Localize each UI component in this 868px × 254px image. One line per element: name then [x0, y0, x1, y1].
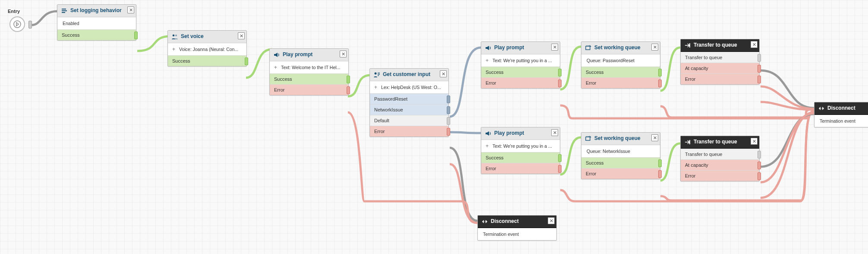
out-at-capacity[interactable]: At capacity — [681, 159, 759, 170]
close-icon[interactable]: ✕ — [340, 51, 347, 57]
out-at-capacity[interactable]: At capacity — [681, 63, 759, 73]
close-icon[interactable]: ✕ — [551, 129, 558, 136]
out-error[interactable]: Error — [270, 84, 348, 95]
entry-node[interactable] — [9, 16, 25, 32]
out-success[interactable]: Success — [581, 67, 660, 77]
out-success[interactable]: Success — [481, 67, 560, 77]
out-port[interactable] — [758, 172, 761, 180]
node-disconnect-right[interactable]: Disconnect ✕ Termination event — [814, 102, 868, 127]
out-error[interactable]: Error — [581, 77, 660, 88]
play-start-icon — [13, 20, 22, 29]
close-icon[interactable]: ✕ — [751, 138, 758, 145]
out-error[interactable]: Error — [481, 77, 560, 88]
out-port[interactable] — [558, 69, 562, 76]
out-port[interactable] — [658, 69, 662, 76]
out-label: PasswordReset — [374, 96, 407, 102]
disconnect-icon — [481, 218, 488, 225]
out-port[interactable] — [758, 162, 761, 169]
out-port[interactable] — [347, 86, 350, 94]
out-label: At capacity — [685, 66, 708, 71]
out-error[interactable]: Error — [581, 168, 660, 179]
out-success[interactable]: Success — [481, 152, 560, 163]
out-port[interactable] — [558, 165, 562, 173]
out-port[interactable] — [658, 159, 662, 167]
entry-label: Entry — [8, 9, 20, 14]
out-label: Transfer to queue — [685, 152, 722, 157]
node-title: Play prompt — [494, 130, 550, 136]
close-icon[interactable]: ✕ — [127, 6, 134, 13]
node-play-prompt-welcome[interactable]: Play prompt ✕ Text: Welcome to the IT He… — [269, 48, 349, 95]
node-property: Text: We're putting you in a ... — [481, 54, 560, 67]
out-intent-password-reset[interactable]: PasswordReset — [370, 93, 448, 104]
out-success[interactable]: Success — [270, 73, 348, 84]
out-success[interactable]: Success — [581, 157, 660, 168]
out-port[interactable] — [245, 57, 248, 65]
entry-out-port[interactable] — [28, 21, 32, 29]
out-port[interactable] — [134, 32, 138, 39]
out-default[interactable]: Default — [370, 115, 448, 126]
svg-point-5 — [175, 35, 177, 36]
out-port[interactable] — [658, 79, 662, 87]
out-port[interactable] — [447, 128, 450, 136]
out-error[interactable]: Error — [481, 163, 560, 174]
flow-canvas[interactable]: { "entry":{"label":"Entry"}, "out_labels… — [0, 0, 868, 254]
node-set-logging[interactable]: Set logging behavior ✕ Enabled Success — [57, 4, 136, 41]
close-icon[interactable]: ✕ — [440, 70, 447, 77]
node-disconnect-default[interactable]: Disconnect ✕ Termination event — [477, 215, 557, 241]
node-title: Set working queue — [594, 44, 650, 51]
out-label: Error — [486, 80, 496, 86]
out-port[interactable] — [558, 79, 562, 87]
close-icon[interactable]: ✕ — [551, 44, 558, 51]
out-port[interactable] — [658, 170, 662, 178]
out-success[interactable]: Success — [57, 29, 136, 40]
out-port[interactable] — [758, 76, 761, 83]
out-error[interactable]: Error — [370, 126, 448, 137]
node-set-working-queue-pw[interactable]: Set working queue ✕ Queue: PasswordReset… — [581, 41, 660, 89]
out-label: Error — [685, 173, 695, 178]
close-icon[interactable]: ✕ — [651, 44, 658, 51]
svg-rect-2 — [62, 10, 67, 11]
out-success[interactable]: Success — [168, 55, 246, 66]
svg-point-4 — [173, 35, 175, 37]
node-property: Lex: HelpDesk (US West: O... — [370, 81, 448, 93]
out-port[interactable] — [758, 151, 761, 159]
out-intent-network-issue[interactable]: NetworkIssue — [370, 104, 448, 115]
node-set-voice[interactable]: Set voice ✕ Voice: Joanna (Neural: Con..… — [167, 30, 247, 67]
node-set-working-queue-net[interactable]: Set working queue ✕ Queue: NetworkIssue … — [581, 132, 660, 179]
out-port[interactable] — [347, 76, 350, 83]
out-port[interactable] — [758, 65, 761, 73]
close-icon[interactable]: ✕ — [751, 41, 758, 48]
out-port[interactable] — [447, 106, 450, 114]
out-label: Error — [274, 87, 284, 92]
node-transfer-to-queue-pw[interactable]: Transfer to queue ✕ Transfer to queue At… — [680, 39, 760, 85]
node-property: Queue: PasswordReset — [581, 54, 660, 67]
out-port[interactable] — [447, 117, 450, 125]
node-property: Text: Welcome to the IT Hel... — [270, 61, 348, 73]
transfer-icon — [684, 42, 691, 49]
transfer-icon — [684, 139, 691, 146]
out-error[interactable]: Error — [681, 73, 759, 84]
node-get-customer-input[interactable]: Get customer input ✕ Lex: HelpDesk (US W… — [369, 68, 449, 137]
svg-point-6 — [375, 73, 377, 75]
close-icon[interactable]: ✕ — [548, 217, 555, 224]
node-title: Disconnect — [827, 105, 868, 111]
out-label: Error — [486, 166, 496, 171]
node-play-prompt-net[interactable]: Play prompt ✕ Text: We're putting you in… — [481, 127, 560, 174]
out-port[interactable] — [447, 95, 450, 103]
out-label: Success — [172, 58, 190, 64]
logging-icon — [61, 7, 68, 14]
out-transfer[interactable]: Transfer to queue — [681, 149, 759, 159]
node-play-prompt-pw[interactable]: Play prompt ✕ Text: We're putting you in… — [481, 41, 560, 89]
close-icon[interactable]: ✕ — [238, 32, 245, 39]
out-label: Default — [374, 118, 389, 123]
svg-rect-1 — [62, 9, 66, 10]
out-port[interactable] — [758, 54, 761, 62]
out-label: Success — [486, 70, 504, 75]
customer-input-icon — [373, 71, 380, 78]
node-transfer-to-queue-net[interactable]: Transfer to queue ✕ Transfer to queue At… — [680, 136, 760, 181]
out-port[interactable] — [558, 154, 562, 162]
node-property: Termination event — [814, 115, 868, 127]
close-icon[interactable]: ✕ — [651, 134, 658, 141]
out-error[interactable]: Error — [681, 170, 759, 181]
out-transfer[interactable]: Transfer to queue — [681, 52, 759, 63]
